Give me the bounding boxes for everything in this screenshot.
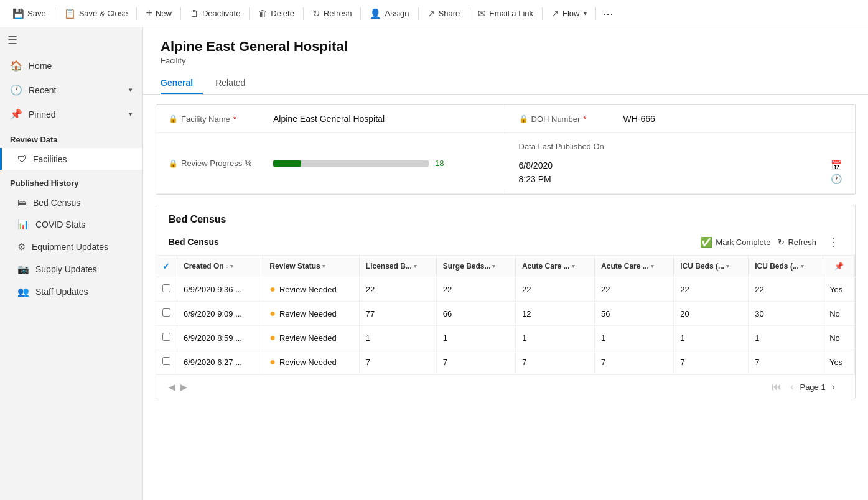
bc-actions: ✅ Mark Complete ↻ Refresh ⋮ xyxy=(700,234,842,250)
sidebar-item-equipment-updates[interactable]: ⚙ Equipment Updates xyxy=(0,236,142,258)
tab-general[interactable]: General xyxy=(161,72,203,94)
pinned-chevron: ▾ xyxy=(129,110,133,118)
more-options-button[interactable]: ⋯ xyxy=(597,0,618,27)
bc-refresh-icon: ↻ xyxy=(778,238,785,247)
page-next-button[interactable]: › xyxy=(829,380,838,394)
toolbar-sep-1 xyxy=(55,7,55,20)
sidebar-item-staff-updates[interactable]: 👥 Staff Updates xyxy=(0,280,142,303)
share-button[interactable]: ↗ Share xyxy=(420,0,468,27)
table-row[interactable]: 6/9/2020 8:59 ... ● Review Needed 1 1 1 … xyxy=(156,326,855,350)
bc-more-button[interactable]: ⋮ xyxy=(824,234,842,250)
table-row[interactable]: 6/9/2020 6:27 ... ● Review Needed 7 7 7 … xyxy=(156,350,855,374)
flow-chevron: ▾ xyxy=(584,10,587,17)
col-acute-care-1[interactable]: Acute Care ... ▾ xyxy=(515,256,594,277)
sidebar-item-recent[interactable]: 🕐 Recent ▾ xyxy=(0,78,142,102)
row-acute-care-1: 1 xyxy=(515,326,594,350)
col-pin[interactable]: 📌 xyxy=(823,256,855,277)
assign-button[interactable]: 👤 Assign xyxy=(362,0,416,27)
toolbar: 💾 Save 📋 Save & Close + New 🗒 Deactivate… xyxy=(0,0,868,27)
page-prev-button[interactable]: ‹ xyxy=(788,380,796,394)
sidebar-item-covid-stats[interactable]: 📊 COVID Stats xyxy=(0,213,142,236)
save-button[interactable]: 💾 Save xyxy=(5,0,54,27)
scroll-right-arrow[interactable]: ▶ xyxy=(180,382,187,392)
row-icu-beds-1: 20 xyxy=(674,302,749,326)
toolbar-sep-3 xyxy=(180,7,181,20)
status-label: Review Needed xyxy=(279,333,337,343)
doh-number-label: 🔒 DOH Number * xyxy=(519,114,618,124)
pagination: ⏮ ‹ Page 1 › xyxy=(764,377,842,396)
row-checkbox[interactable] xyxy=(156,277,177,302)
row-checkbox[interactable] xyxy=(156,350,177,374)
pinned-icon: 📌 xyxy=(10,108,22,120)
row-surge-beds: 22 xyxy=(436,277,515,302)
new-icon: + xyxy=(146,7,152,20)
home-icon: 🏠 xyxy=(10,60,22,72)
header-check-icon[interactable]: ✓ xyxy=(162,261,170,271)
equipment-icon: ⚙ xyxy=(17,241,26,252)
col-check: ✓ xyxy=(156,256,177,277)
sidebar-item-facilities[interactable]: 🛡 Facilities xyxy=(0,148,142,170)
save-icon: 💾 xyxy=(12,8,24,19)
form-grid: 🔒 Facility Name * Alpine East General Ho… xyxy=(156,105,855,194)
row-acute-care-1: 22 xyxy=(515,277,594,302)
mark-complete-button[interactable]: ✅ Mark Complete xyxy=(700,236,770,248)
bc-toolbar: Bed Census ✅ Mark Complete ↻ Refresh ⋮ xyxy=(156,229,855,256)
hamburger-icon[interactable]: ☰ xyxy=(7,34,17,47)
progress-value: 18 xyxy=(435,159,444,168)
row-acute-care-2: 7 xyxy=(595,350,674,374)
flow-icon: ↗ xyxy=(551,8,559,19)
row-acute-care-2: 1 xyxy=(595,326,674,350)
tab-related[interactable]: Related xyxy=(215,72,255,94)
email-icon: ✉ xyxy=(478,8,486,19)
check-circle-icon: ✅ xyxy=(700,236,712,248)
deactivate-button[interactable]: 🗒 Deactivate xyxy=(182,0,248,27)
deactivate-icon: 🗒 xyxy=(190,8,199,19)
sidebar-item-home[interactable]: 🏠 Home xyxy=(0,53,142,78)
bc-toolbar-title: Bed Census xyxy=(169,237,700,247)
row-licensed-beds: 77 xyxy=(359,302,436,326)
row-checkbox[interactable] xyxy=(156,326,177,350)
col-licensed-beds[interactable]: Licensed B... ▾ xyxy=(359,256,436,277)
bc-refresh-button[interactable]: ↻ Refresh xyxy=(778,238,816,247)
row-status: ● Review Needed xyxy=(263,326,360,350)
recent-chevron: ▾ xyxy=(129,86,133,94)
calendar-icon[interactable]: 📅 xyxy=(831,160,842,171)
delete-icon: 🗑 xyxy=(258,8,268,19)
col-icu-beds-2[interactable]: ICU Beds (... ▾ xyxy=(749,256,823,277)
delete-button[interactable]: 🗑 Delete xyxy=(251,0,302,27)
col-created-on[interactable]: Created On ↓ ▾ xyxy=(177,256,263,277)
table-row[interactable]: 6/9/2020 9:36 ... ● Review Needed 22 22 … xyxy=(156,277,855,302)
status-dot: ● xyxy=(269,332,276,343)
doh-number-cell: 🔒 DOH Number * WH-666 xyxy=(506,105,856,133)
col-review-status[interactable]: Review Status ▾ xyxy=(263,256,360,277)
share-icon: ↗ xyxy=(427,8,436,19)
clock-icon[interactable]: 🕐 xyxy=(831,174,842,185)
email-link-button[interactable]: ✉ Email a Link xyxy=(470,0,541,27)
row-icu-beds-1: 1 xyxy=(674,326,749,350)
table-wrapper: ✓ Created On ↓ ▾ xyxy=(156,256,855,374)
page-first-button[interactable]: ⏮ xyxy=(769,380,784,394)
scroll-left-arrow[interactable]: ◀ xyxy=(169,382,175,392)
table-body: 6/9/2020 9:36 ... ● Review Needed 22 22 … xyxy=(156,277,855,374)
toolbar-sep-2 xyxy=(136,7,137,20)
table-row[interactable]: 6/9/2020 9:09 ... ● Review Needed 77 66 … xyxy=(156,302,855,326)
refresh-button[interactable]: ↻ Refresh xyxy=(305,0,360,27)
row-acute-care-2: 56 xyxy=(595,302,674,326)
flow-button[interactable]: ↗ Flow ▾ xyxy=(544,0,594,27)
sidebar-item-pinned[interactable]: 📌 Pinned ▾ xyxy=(0,102,142,126)
sidebar-item-supply-updates[interactable]: 📷 Supply Updates xyxy=(0,258,142,280)
col-acute-care-2[interactable]: Acute Care ... ▾ xyxy=(595,256,674,277)
covid-stats-icon: 📊 xyxy=(17,219,29,230)
published-time: 8:23 PM xyxy=(519,174,551,184)
new-button[interactable]: + New xyxy=(138,0,179,27)
sidebar-item-bed-census[interactable]: 🛏 Bed Census xyxy=(0,192,142,213)
col-icu-beds-1[interactable]: ICU Beds (... ▾ xyxy=(674,256,749,277)
doh-lock-icon: 🔒 xyxy=(519,114,528,123)
row-checkbox[interactable] xyxy=(156,302,177,326)
save-close-button[interactable]: 📋 Save & Close xyxy=(57,0,136,27)
col-surge-beds[interactable]: Surge Beds... ▾ xyxy=(436,256,515,277)
review-progress-label: 🔒 Review Progress % xyxy=(169,159,268,168)
icu-beds-2-chevron: ▾ xyxy=(801,263,804,269)
row-licensed-beds: 1 xyxy=(359,326,436,350)
status-dot: ● xyxy=(269,308,276,319)
